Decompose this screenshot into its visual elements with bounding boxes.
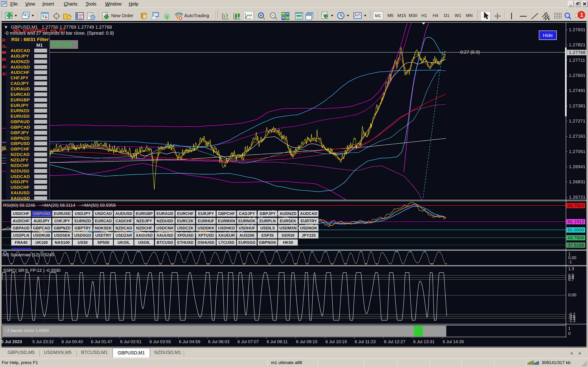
svg-text:E: E — [548, 17, 550, 20]
svg-text:1: 1 — [580, 12, 583, 18]
